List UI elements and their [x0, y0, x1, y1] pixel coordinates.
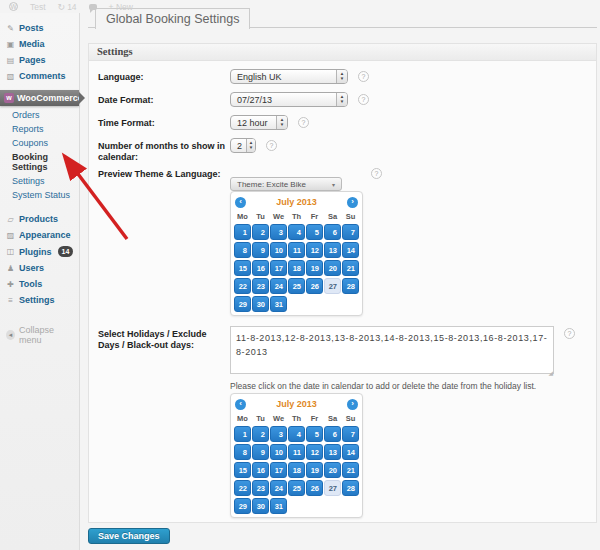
calendar-day[interactable]: 10	[270, 242, 287, 258]
calendar-day[interactable]: 5	[306, 426, 323, 442]
calendar-day[interactable]: 16	[252, 462, 269, 478]
calendar-prev-icon[interactable]: ‹	[235, 197, 246, 208]
calendar-day-today[interactable]: 27	[324, 480, 341, 496]
calendar-day[interactable]: 20	[324, 260, 341, 276]
calendar-day[interactable]: 14	[342, 444, 359, 460]
calendar-prev-icon[interactable]: ‹	[235, 399, 246, 410]
sidebar-item-pages[interactable]: ▤Pages	[0, 52, 79, 68]
calendar-day[interactable]: 15	[234, 462, 251, 478]
help-icon[interactable]: ?	[298, 117, 309, 128]
calendar-day[interactable]: 29	[234, 498, 251, 514]
calendar-day[interactable]: 21	[342, 260, 359, 276]
comments-bubble-icon[interactable]	[89, 4, 97, 10]
calendar-day[interactable]: 17	[270, 260, 287, 276]
calendar-day[interactable]: 26	[306, 480, 323, 496]
sidebar-item-booking-settings[interactable]: Booking Settings	[0, 150, 79, 174]
help-icon[interactable]: ?	[564, 328, 575, 339]
calendar-day[interactable]: 22	[234, 480, 251, 496]
calendar-day[interactable]: 25	[288, 480, 305, 496]
calendar-day[interactable]: 19	[306, 462, 323, 478]
help-icon[interactable]: ?	[266, 140, 277, 151]
calendar-day[interactable]: 16	[252, 260, 269, 276]
sidebar-item-coupons[interactable]: Coupons	[0, 136, 79, 150]
calendar-day[interactable]: 9	[252, 242, 269, 258]
calendar-day[interactable]: 6	[324, 224, 341, 240]
calendar-day[interactable]: 12	[306, 444, 323, 460]
wordpress-logo-icon[interactable]: W	[9, 2, 18, 11]
help-icon[interactable]: ?	[358, 71, 369, 82]
calendar-day[interactable]: 31	[270, 296, 287, 312]
calendar-day[interactable]: 5	[306, 224, 323, 240]
calendar-day[interactable]: 24	[270, 480, 287, 496]
calendar-day[interactable]: 11	[288, 242, 305, 258]
theme-select[interactable]: Theme: Excite Bike ▾	[230, 177, 342, 191]
sidebar-item-users[interactable]: ♟Users	[0, 260, 79, 276]
calendar-next-icon[interactable]: ›	[347, 197, 358, 208]
calendar-day[interactable]: 31	[270, 498, 287, 514]
calendar-day[interactable]: 28	[342, 278, 359, 294]
help-icon[interactable]: ?	[371, 168, 382, 179]
calendar-day[interactable]: 3	[270, 224, 287, 240]
site-name-menu[interactable]: Test	[30, 2, 46, 12]
calendar-day[interactable]: 4	[288, 426, 305, 442]
sidebar-item-appearance[interactable]: ▨Appearance	[0, 227, 79, 243]
updates-menu[interactable]: ↻ 14	[58, 2, 77, 12]
calendar-day[interactable]: 17	[270, 462, 287, 478]
sidebar-item-media[interactable]: ▣Media	[0, 36, 79, 52]
calendar-day[interactable]: 6	[324, 426, 341, 442]
sidebar-item-comments[interactable]: ▧Comments	[0, 68, 79, 84]
calendar-day[interactable]: 7	[342, 224, 359, 240]
calendar-day[interactable]: 9	[252, 444, 269, 460]
calendar-day[interactable]: 8	[234, 444, 251, 460]
time-format-select[interactable]: 12 hour ▲▼	[230, 115, 288, 130]
save-changes-button[interactable]: Save Changes	[88, 528, 170, 544]
calendar-day[interactable]: 14	[342, 242, 359, 258]
calendar-day[interactable]: 2	[252, 224, 269, 240]
sidebar-item-collapse-menu[interactable]: ◂Collapse menu	[0, 322, 79, 348]
sidebar-item-plugins[interactable]: ◫Plugins14	[0, 243, 79, 260]
calendar-day[interactable]: 28	[342, 480, 359, 496]
calendar-day[interactable]: 12	[306, 242, 323, 258]
months-stepper[interactable]: 2 ▲▼	[230, 138, 256, 153]
calendar-day[interactable]: 3	[270, 426, 287, 442]
calendar-day[interactable]: 11	[288, 444, 305, 460]
calendar-day[interactable]: 7	[342, 426, 359, 442]
calendar-day[interactable]: 22	[234, 278, 251, 294]
calendar-day[interactable]: 25	[288, 278, 305, 294]
sidebar-item-products[interactable]: ▱Products	[0, 211, 79, 227]
calendar-day[interactable]: 30	[252, 296, 269, 312]
help-icon[interactable]: ?	[358, 94, 369, 105]
calendar-day[interactable]: 18	[288, 260, 305, 276]
sidebar-item-settings[interactable]: Settings	[0, 174, 79, 188]
sidebar-item-settings[interactable]: ≡Settings	[0, 292, 79, 308]
calendar-day[interactable]: 24	[270, 278, 287, 294]
calendar-day[interactable]: 21	[342, 462, 359, 478]
calendar-day[interactable]: 10	[270, 444, 287, 460]
sidebar-item-woocommerce[interactable]: wWooCommerce	[0, 90, 79, 106]
calendar-day[interactable]: 4	[288, 224, 305, 240]
calendar-day[interactable]: 29	[234, 296, 251, 312]
new-content-menu[interactable]: + New	[109, 2, 133, 12]
calendar-day[interactable]: 1	[234, 426, 251, 442]
calendar-day[interactable]: 23	[252, 278, 269, 294]
calendar-day[interactable]: 20	[324, 462, 341, 478]
holidays-textarea[interactable]: 11-8-2013,12-8-2013,13-8-2013,14-8-2013,…	[230, 326, 554, 374]
calendar-day-today[interactable]: 27	[324, 278, 341, 294]
calendar-day[interactable]: 13	[324, 242, 341, 258]
calendar-day[interactable]: 23	[252, 480, 269, 496]
calendar-day[interactable]: 2	[252, 426, 269, 442]
calendar-day[interactable]: 15	[234, 260, 251, 276]
date-format-select[interactable]: 07/27/13 ▲▼	[230, 92, 348, 107]
calendar-day[interactable]: 18	[288, 462, 305, 478]
sidebar-item-tools[interactable]: ✚Tools	[0, 276, 79, 292]
sidebar-item-orders[interactable]: Orders	[0, 108, 79, 122]
calendar-next-icon[interactable]: ›	[347, 399, 358, 410]
calendar-day[interactable]: 30	[252, 498, 269, 514]
calendar-day[interactable]: 19	[306, 260, 323, 276]
sidebar-item-system-status[interactable]: System Status	[0, 188, 79, 202]
calendar-day[interactable]: 26	[306, 278, 323, 294]
calendar-day[interactable]: 8	[234, 242, 251, 258]
calendar-day[interactable]: 1	[234, 224, 251, 240]
sidebar-item-posts[interactable]: ✎Posts	[0, 20, 79, 36]
calendar-day[interactable]: 13	[324, 444, 341, 460]
